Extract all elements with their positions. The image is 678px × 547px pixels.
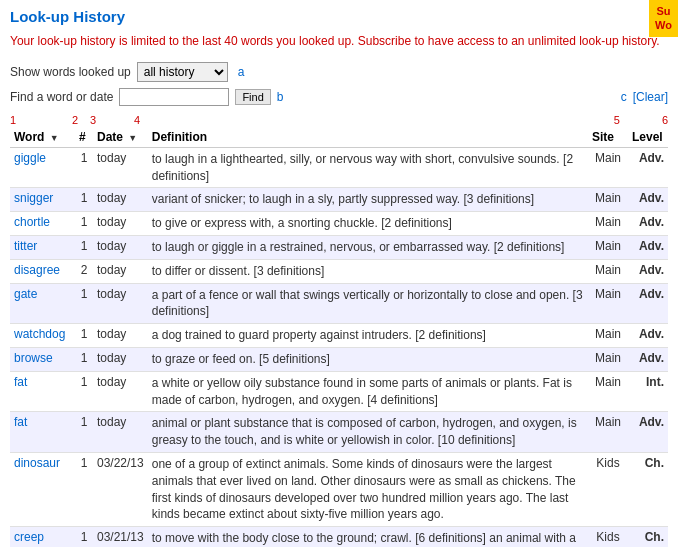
letter-c-label: c — [621, 90, 627, 104]
word-link[interactable]: creep — [14, 530, 44, 544]
site-cell: Kids — [588, 452, 628, 526]
col-num-4: 4 — [134, 114, 334, 126]
table-row: disagree2todayto differ or dissent. [3 d… — [10, 259, 668, 283]
find-label: Find a word or date — [10, 90, 113, 104]
definition-cell: a part of a fence or wall that swings ve… — [148, 283, 588, 324]
history-select[interactable]: all history last 7 days last 30 days — [137, 62, 228, 82]
date-cell: 03/22/13 — [93, 452, 148, 526]
definition-cell: a dog trained to guard property against … — [148, 324, 588, 348]
col-header-level: Level — [628, 127, 668, 148]
definition-cell: to graze or feed on. [5 definitions] — [148, 347, 588, 371]
col-num-1: 1 — [10, 114, 72, 126]
date-cell: today — [93, 412, 148, 453]
table-row: fat1todaya white or yellow oily substanc… — [10, 371, 668, 412]
col-num-3: 3 — [90, 114, 134, 126]
date-cell: today — [93, 235, 148, 259]
show-history-label: Show words looked up — [10, 65, 131, 79]
table-row: chortle1todayto give or express with, a … — [10, 212, 668, 236]
word-link[interactable]: dinosaur — [14, 456, 60, 470]
level-cell: Adv. — [628, 324, 668, 348]
col-header-date[interactable]: Date ▼ — [93, 127, 148, 148]
definition-cell: one of a group of extinct animals. Some … — [148, 452, 588, 526]
col-num-2: 2 — [72, 114, 90, 126]
level-cell: Adv. — [628, 347, 668, 371]
num-cell: 1 — [75, 347, 93, 371]
table-row: giggle1todayto laugh in a lighthearted, … — [10, 147, 668, 188]
num-cell: 1 — [75, 283, 93, 324]
word-link[interactable]: fat — [14, 415, 27, 429]
site-cell: Main — [588, 212, 628, 236]
date-cell: today — [93, 147, 148, 188]
word-link[interactable]: fat — [14, 375, 27, 389]
num-cell: 1 — [75, 452, 93, 526]
notice-text: Your look-up history is limited to the l… — [10, 33, 668, 50]
definition-cell: to move with the body close to the groun… — [148, 527, 588, 547]
table-row: titter1todayto laugh or giggle in a rest… — [10, 235, 668, 259]
num-cell: 1 — [75, 371, 93, 412]
site-cell: Main — [588, 235, 628, 259]
site-cell: Main — [588, 283, 628, 324]
word-link[interactable]: snigger — [14, 191, 53, 205]
word-link[interactable]: giggle — [14, 151, 46, 165]
num-cell: 1 — [75, 147, 93, 188]
lookup-history-table: Word ▼ # Date ▼ Definition Site Level — [10, 127, 668, 547]
definition-cell: a white or yellow oily substance found i… — [148, 371, 588, 412]
definition-cell: to give or express with, a snorting chuc… — [148, 212, 588, 236]
find-input[interactable] — [119, 88, 229, 106]
word-link[interactable]: gate — [14, 287, 37, 301]
table-row: fat1todayanimal or plant substance that … — [10, 412, 668, 453]
num-cell: 1 — [75, 527, 93, 547]
level-cell: Adv. — [628, 235, 668, 259]
col-header-definition: Definition — [148, 127, 588, 148]
table-header-row: Word ▼ # Date ▼ Definition Site Level — [10, 127, 668, 148]
date-cell: today — [93, 347, 148, 371]
definition-cell: animal or plant substance that is compos… — [148, 412, 588, 453]
word-link[interactable]: disagree — [14, 263, 60, 277]
find-button[interactable]: Find — [235, 89, 270, 105]
date-sort-icon[interactable]: ▼ — [128, 133, 137, 143]
site-cell: Main — [588, 324, 628, 348]
date-cell: today — [93, 283, 148, 324]
label-b: b — [277, 90, 284, 104]
label-a: a — [238, 65, 245, 79]
table-row: snigger1todayvariant of snicker; to laug… — [10, 188, 668, 212]
table-row: browse1todayto graze or feed on. [5 defi… — [10, 347, 668, 371]
word-link[interactable]: watchdog — [14, 327, 65, 341]
site-cell: Main — [588, 347, 628, 371]
definition-cell: variant of snicker; to laugh in a sly, p… — [148, 188, 588, 212]
date-cell: today — [93, 371, 148, 412]
date-cell: today — [93, 324, 148, 348]
site-cell: Main — [588, 371, 628, 412]
clear-link[interactable]: [Clear] — [633, 90, 668, 104]
site-cell: Main — [588, 259, 628, 283]
table-row: gate1todaya part of a fence or wall that… — [10, 283, 668, 324]
definition-cell: to laugh or giggle in a restrained, nerv… — [148, 235, 588, 259]
word-link[interactable]: browse — [14, 351, 53, 365]
definition-cell: to laugh in a lighthearted, silly, or ne… — [148, 147, 588, 188]
num-cell: 1 — [75, 412, 93, 453]
num-cell: 2 — [75, 259, 93, 283]
level-cell: Adv. — [628, 259, 668, 283]
page-title: Look-up History — [10, 8, 668, 25]
level-cell: Adv. — [628, 212, 668, 236]
site-cell: Main — [588, 188, 628, 212]
col-num-5: 5 — [614, 114, 620, 126]
word-link[interactable]: chortle — [14, 215, 50, 229]
num-cell: 1 — [75, 324, 93, 348]
date-cell: today — [93, 259, 148, 283]
table-row: creep103/21/13to move with the body clos… — [10, 527, 668, 547]
level-cell: Ch. — [628, 527, 668, 547]
level-cell: Adv. — [628, 412, 668, 453]
col-header-num: # — [75, 127, 93, 148]
date-cell: today — [93, 188, 148, 212]
subscribe-badge[interactable]: SuWo — [649, 0, 678, 37]
level-cell: Adv. — [628, 147, 668, 188]
level-cell: Adv. — [628, 188, 668, 212]
word-sort-icon[interactable]: ▼ — [50, 133, 59, 143]
table-row: dinosaur103/22/13one of a group of extin… — [10, 452, 668, 526]
level-cell: Ch. — [628, 452, 668, 526]
site-cell: Main — [588, 147, 628, 188]
col-header-word[interactable]: Word ▼ — [10, 127, 75, 148]
word-link[interactable]: titter — [14, 239, 37, 253]
num-cell: 1 — [75, 235, 93, 259]
